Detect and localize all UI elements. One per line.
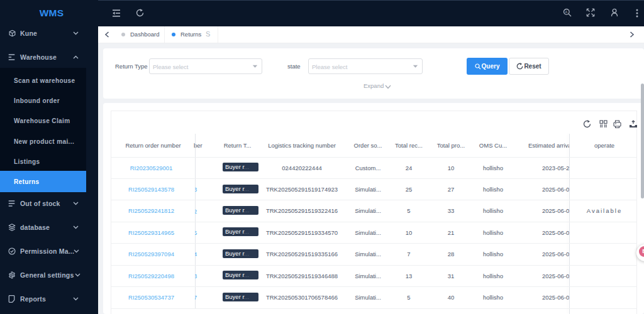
svg-text:A: A [565, 10, 568, 14]
